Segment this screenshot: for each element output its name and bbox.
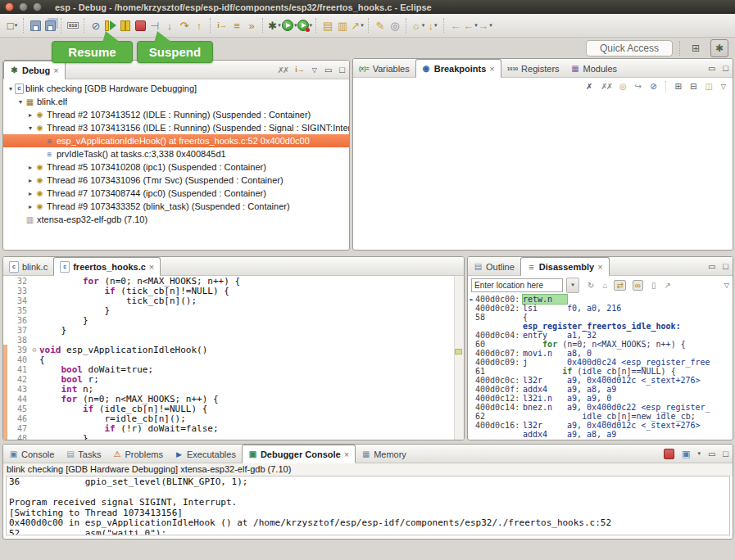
debug-tree-row[interactable]: ▸◉Thread #7 1073408744 (ipc0) (Suspended…	[3, 187, 349, 200]
disassembly-row[interactable]: 400d0c09:j0x400d0c24 <esp_register_free	[468, 358, 733, 367]
refresh-icon[interactable]: ◎	[388, 16, 402, 34]
disassembly-row[interactable]: 60 for (n=0; n<MAX_HOOKS; n++) {	[468, 340, 733, 349]
expand-all-icon[interactable]	[675, 82, 682, 91]
disassembly-row[interactable]: 400d0c02:lsif0, a0, 216	[468, 304, 733, 313]
tree-expander-icon[interactable]: ▸	[26, 111, 34, 119]
show-breakpoints-supported-icon[interactable]	[619, 82, 627, 91]
overview-ruler[interactable]	[454, 276, 464, 440]
view-menu-icon[interactable]	[312, 66, 317, 74]
debug-tree-row-selected[interactable]: ≡esp_vApplicationIdleHook() at freertos_…	[3, 134, 349, 147]
last-edit-location-icon[interactable]: ←	[448, 16, 463, 34]
step-over-icon[interactable]: ↷	[177, 16, 192, 34]
remove-breakpoint-icon[interactable]	[586, 82, 592, 91]
remove-all-breakpoints-icon[interactable]	[601, 82, 611, 91]
display-console-icon[interactable]	[682, 449, 690, 459]
code-line[interactable]: 40{	[3, 355, 464, 364]
maximize-icon[interactable]	[339, 65, 345, 75]
tree-expander-icon[interactable]: ▸	[26, 190, 34, 197]
maximize-icon[interactable]	[723, 449, 728, 458]
debug-perspective-icon[interactable]: ✱	[710, 39, 728, 57]
go-to-file-icon[interactable]	[635, 82, 642, 91]
quick-access-button[interactable]: Quick Access	[586, 40, 673, 56]
location-dropdown-icon[interactable]: ▾	[566, 278, 579, 293]
disassembly-row[interactable]: addx4a9, a8, a9	[468, 430, 733, 439]
open-perspective-icon[interactable]: ⊞	[687, 40, 704, 56]
toggle-annotation-icon[interactable]: ☼▾	[411, 16, 425, 34]
show-source-icon[interactable]: ≡	[229, 16, 244, 34]
maximize-icon[interactable]	[723, 261, 728, 271]
tree-expander-icon[interactable]: ▾	[26, 124, 34, 132]
new-wizard-icon[interactable]: □▾	[5, 16, 20, 34]
disassembly-content[interactable]: ►400d0c00:retw.n400d0c02:lsif0, a0, 2165…	[468, 294, 733, 440]
code-line[interactable]: 43 int n;	[3, 384, 464, 394]
tree-expander-icon[interactable]: ▸	[26, 203, 34, 210]
location-input[interactable]: Enter location here	[471, 278, 563, 292]
tab-debugger-console[interactable]: Debugger Console	[242, 445, 356, 463]
code-line[interactable]: 39⊖void esp_vApplicationIdleHook()	[3, 345, 464, 355]
tree-expander-icon[interactable]: ▸	[26, 177, 34, 184]
disassembly-row[interactable]: 400d0c0f:addx4a9, a8, a9	[468, 385, 733, 394]
code-line[interactable]: 33 if (tick_cb[n]!=NULL) {	[3, 286, 464, 296]
minimize-icon[interactable]	[324, 65, 332, 75]
open-resource-icon[interactable]: ▥	[335, 16, 350, 34]
tree-expander-icon[interactable]: ▾	[16, 98, 25, 106]
disassembly-row[interactable]: 400d0c12:l32i.na9, a9, 0	[468, 394, 733, 403]
debug-tree-row[interactable]: ≡prvIdleTask() at tasks.c:3,338 0x400845…	[3, 147, 349, 160]
window-close-button[interactable]	[5, 2, 14, 11]
code-line[interactable]: 34 tick_cb[n]();	[3, 296, 464, 305]
sync-selection-icon[interactable]	[614, 280, 625, 291]
format-icon[interactable]: ✎	[373, 16, 388, 34]
disassembly-row[interactable]: 62 idle_cb[n]=new_idle_cb;	[468, 412, 733, 421]
tab-problems[interactable]: Problems	[107, 445, 168, 463]
step-return-icon[interactable]: ↑	[192, 16, 206, 34]
window-minimize-button[interactable]	[19, 2, 28, 11]
terminate-icon[interactable]	[664, 449, 674, 459]
code-line[interactable]: 46 r=idle_cb[n]();	[3, 413, 464, 423]
debug-tree-row[interactable]: ▾▦blink.elf	[3, 95, 349, 108]
tree-expander-icon[interactable]: ▾	[7, 85, 15, 93]
remove-all-terminated-icon[interactable]	[277, 65, 288, 75]
refresh-icon[interactable]	[588, 281, 594, 290]
link-with-active-icon[interactable]	[633, 280, 643, 291]
tab-tasks[interactable]: Tasks	[60, 445, 107, 463]
disassembly-row[interactable]: 400d0c14:bnez.na9, 0x400d0c22 <esp_regis…	[468, 403, 733, 412]
editor-code[interactable]: 32 for (n=0; n<MAX_HOOKS; n++) {33 if (t…	[3, 276, 464, 440]
tree-expander-icon[interactable]: ▸	[26, 164, 34, 171]
tab-executables[interactable]: Executables	[169, 445, 242, 463]
tab-variables[interactable]: Variables	[353, 60, 415, 77]
close-icon[interactable]	[53, 65, 58, 75]
code-line[interactable]: 45 if (idle_cb[n]!=NULL) {	[3, 404, 464, 413]
tab-breakpoints[interactable]: Breakpoints	[415, 59, 501, 78]
disassembly-row[interactable]: esp_register_freertos_idle_hook:	[468, 322, 733, 331]
tab-debug[interactable]: Debug	[3, 61, 66, 79]
code-line[interactable]: 36 }	[3, 315, 464, 325]
instruction-stepping-mode-icon[interactable]	[295, 65, 305, 74]
group-by-icon[interactable]	[705, 82, 712, 91]
minimize-icon[interactable]	[708, 64, 715, 73]
maximize-icon[interactable]	[723, 63, 728, 73]
overview-annotation[interactable]	[455, 349, 462, 355]
debug-tree-row[interactable]: ▸◉Thread #2 1073413512 (IDLE : Running) …	[3, 108, 349, 121]
minimize-icon[interactable]	[708, 449, 715, 458]
copy-icon[interactable]	[651, 281, 656, 290]
debug-tree-row[interactable]: ▸◉Thread #9 1073433352 (blink_task) (Sus…	[3, 200, 349, 213]
console-output[interactable]: 36 gpio_set_level(BLINK_GPIO, 1); Progra…	[6, 476, 730, 535]
tab-registers[interactable]: Registers	[501, 60, 565, 77]
close-icon[interactable]	[344, 449, 349, 459]
debug-tree-row[interactable]: ▥xtensa-esp32-elf-gdb (7.10)	[3, 213, 349, 226]
code-line[interactable]: 44 for (n=0; n<MAX_HOOKS; n++) {	[3, 394, 464, 404]
tab-freertos-hooks-c[interactable]: c freertos_hooks.c	[53, 257, 161, 276]
save-all-icon[interactable]	[43, 16, 57, 34]
code-line[interactable]: 35 }	[3, 305, 464, 315]
home-icon[interactable]	[602, 281, 607, 290]
build-icon[interactable]: 010	[66, 16, 80, 34]
external-tools-icon[interactable]: ▾	[297, 16, 313, 34]
run-icon[interactable]: ▾	[282, 16, 297, 34]
code-line[interactable]: 38	[3, 335, 464, 345]
tab-memory[interactable]: Memory	[356, 445, 412, 463]
disassembly-row[interactable]: 400d0c04:entrya1, 32	[468, 331, 733, 340]
tab-modules[interactable]: Modules	[565, 60, 624, 77]
disassembly-row[interactable]: 58{	[468, 313, 733, 322]
disassembly-row[interactable]: 61 if (idle_cb[n]==NULL) {	[468, 367, 733, 376]
forward-icon[interactable]: →▾	[478, 16, 492, 34]
